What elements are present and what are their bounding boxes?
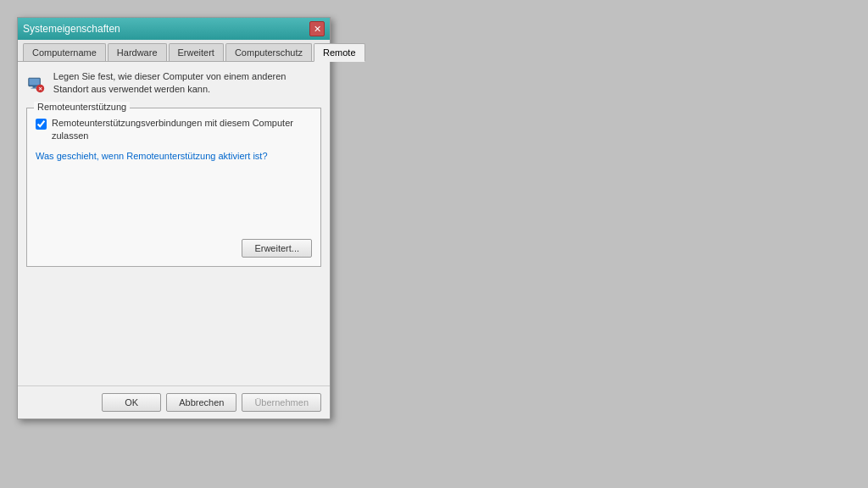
svg-text:✕: ✕ (38, 86, 42, 92)
ok-button[interactable]: OK (102, 393, 161, 412)
dialog-title: Systemeigenschaften (23, 23, 120, 35)
spacer (36, 168, 312, 236)
remote-support-checkbox-row: Remoteunterstützungsverbindungen mit die… (36, 114, 312, 143)
group-legend: Remoteunterstützung (34, 102, 130, 112)
remote-support-checkbox-label[interactable]: Remoteunterstützungsverbindungen mit die… (52, 117, 312, 143)
advanced-button-row: Erweitert... (36, 239, 312, 258)
close-button[interactable]: ✕ (309, 21, 325, 36)
svg-rect-2 (33, 86, 36, 88)
header-description: Legen Sie fest, wie dieser Computer von … (53, 70, 321, 97)
tab-content: ✕ Legen Sie fest, wie dieser Computer vo… (18, 62, 330, 385)
tab-computername[interactable]: Computername (23, 43, 106, 61)
tab-remote[interactable]: Remote (314, 43, 365, 62)
remote-support-group: Remoteunterstützung Remoteunterstützungs… (26, 108, 321, 267)
tab-computerschutz[interactable]: Computerschutz (225, 43, 312, 61)
remote-support-checkbox[interactable] (36, 119, 47, 130)
titlebar: Systemeigenschaften ✕ (18, 18, 330, 40)
header-section: ✕ Legen Sie fest, wie dieser Computer vo… (26, 70, 321, 97)
dialog-systemeigenschaften: Systemeigenschaften ✕ Computername Hardw… (17, 17, 331, 419)
remote-icon: ✕ (26, 70, 45, 97)
tab-hardware[interactable]: Hardware (108, 43, 167, 61)
apply-button[interactable]: Übernehmen (242, 393, 321, 412)
cancel-button[interactable]: Abbrechen (166, 393, 236, 412)
bottom-button-bar: OK Abbrechen Übernehmen (18, 385, 330, 419)
tab-bar: Computername Hardware Erweitert Computer… (18, 40, 330, 62)
tab-erweitert[interactable]: Erweitert (169, 43, 224, 61)
remote-support-link[interactable]: Was geschieht, wenn Remoteunterstützung … (36, 151, 268, 161)
advanced-button[interactable]: Erweitert... (242, 239, 312, 258)
svg-rect-1 (29, 79, 39, 86)
content-spacer (26, 275, 321, 377)
